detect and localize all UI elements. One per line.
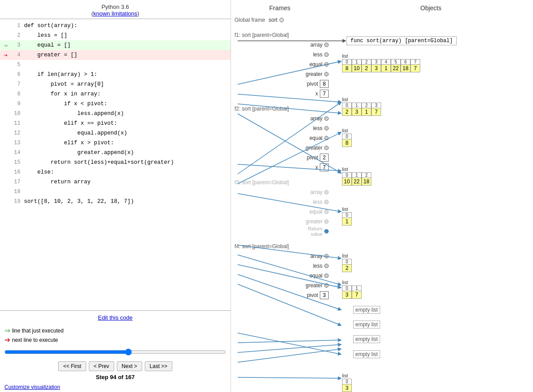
known-limitations-link[interactable]: known limitations [93, 10, 137, 17]
frame-f2-less-row: less [235, 123, 329, 133]
last-button[interactable]: Last >> [145, 361, 172, 371]
frame-f4-equal-dot [324, 273, 329, 278]
frame-f2-x-name: x [294, 164, 318, 170]
code-line-17: 17 return array [0, 177, 231, 187]
frame-f4-label: f4: sort [parent=Global] [235, 242, 329, 249]
first-button[interactable]: << First [58, 361, 86, 371]
line-num-14: 14 [11, 150, 24, 156]
next-button[interactable]: Next > [117, 361, 142, 371]
frame-f2-x-row: x 7 [235, 162, 329, 172]
line-num-12: 12 [11, 130, 24, 136]
frame-f2-array-dot [324, 116, 329, 121]
frame-f1-array-row: array [235, 40, 329, 50]
line-num-17: 17 [11, 179, 24, 185]
svg-line-18 [238, 377, 341, 378]
step-label: Step 94 of 167 [0, 374, 231, 382]
line-num-3: 3 [11, 42, 24, 48]
frame-f2-label: f2: sort [parent=Global] [235, 104, 329, 112]
frame-f4-pivot-row: pivot 3 [235, 290, 329, 300]
global-sort-var-name: sort [269, 17, 278, 23]
prev-button[interactable]: < Prev [89, 361, 114, 371]
frame-f4: f4: sort [parent=Global] array less equa… [235, 242, 329, 300]
frame-f4-pivot-value: 3 [320, 291, 329, 299]
list-main: list 0 8 1 10 2 2 3 [342, 53, 420, 72]
frame-f1-vars: array less equal greater [235, 40, 329, 99]
line-code-13: elif x > pivot: [24, 140, 114, 146]
objects-column: func sort(array) [parent=Global] list 0 … [329, 13, 533, 368]
frame-f1-pivot-value: 8 [320, 80, 329, 88]
list-f2-greater: list 0 1 [342, 206, 352, 226]
func-sort-label: func sort(array) [parent=Global] [346, 36, 457, 45]
line-code-12: equal.append(x) [24, 130, 127, 136]
global-frame: Global frame sort [235, 13, 329, 23]
list-f1-less: list 0 2 1 3 2 1 3 [342, 97, 381, 116]
cell-3: 3 3 [371, 59, 381, 72]
line-num-4: 4 [11, 52, 24, 58]
line-code-7: pivot = array[0] [24, 81, 104, 87]
code-header: Python 3.6 (known limitations) [0, 0, 231, 19]
left-panel: Python 3.6 (known limitations) 1def sort… [0, 0, 231, 392]
frame-f4-array-name: array [298, 253, 322, 259]
line-num-15: 15 [11, 159, 24, 166]
global-frame-label: Global frame [235, 17, 265, 23]
list-main-cells: 0 8 1 10 2 2 3 3 [342, 59, 420, 72]
code-line-6: 6 if len(array) > 1: [0, 70, 231, 79]
line-code-3: equal = [] [24, 42, 71, 48]
line-code-2: less = [] [24, 32, 68, 39]
customize-visualization-link[interactable]: Customize visualization [4, 384, 60, 390]
frame-f2-equal-row: equal [235, 133, 329, 143]
code-line-18: 18 [0, 187, 231, 197]
frame-f1-greater-name: greater [298, 71, 322, 77]
legend-green-text: line that just executed [12, 328, 64, 334]
frame-f3-less-name: less [298, 199, 322, 205]
frame-f4-equal-name: equal [298, 273, 322, 279]
legend: ⇒ line that just executed ➔ next line to… [0, 325, 231, 347]
line-code-9: if x < pivot: [24, 101, 107, 107]
line-num-10: 10 [11, 111, 24, 117]
frame-f1-equal-name: equal [298, 61, 322, 67]
frame-f1-label: f1: sort [parent=Global] [235, 30, 329, 38]
green-arrow-icon: ⇒ [4, 326, 10, 335]
frame-f1-x-value: 7 [320, 90, 329, 98]
right-header: Frames Objects [231, 0, 533, 13]
frame-f1-greater-dot [324, 72, 329, 76]
line-arrow-3: ⇒ [1, 42, 11, 49]
frame-f4-equal-row: equal [235, 271, 329, 281]
frame-f2-array-row: array [235, 114, 329, 123]
step-slider[interactable] [4, 348, 226, 356]
line-code-4: greater = [] [24, 52, 77, 58]
code-line-15: 15 return sort(less)+equal+sort(greater) [0, 158, 231, 167]
frame-f2-pivot-name: pivot [294, 154, 318, 161]
line-num-6: 6 [11, 71, 24, 78]
frame-f2-less-dot [324, 126, 329, 131]
line-num-19: 19 [11, 198, 24, 205]
code-line-7: 7 pivot = array[0] [0, 79, 231, 89]
code-area: 1def sort(array):2 less = []⇒3 equal = [… [0, 19, 231, 311]
frame-f4-pivot-name: pivot [294, 292, 318, 298]
frame-f1-x-name: x [294, 91, 318, 97]
frame-f3-array-dot [324, 190, 329, 194]
customize-link-container: Customize visualization [0, 382, 231, 392]
frame-f4-less-row: less [235, 261, 329, 271]
line-code-10: less.append(x) [24, 111, 124, 117]
line-num-1: 1 [11, 23, 24, 29]
frame-f2-equal-name: equal [298, 135, 322, 141]
edit-code-link[interactable]: Edit this code [98, 314, 132, 321]
line-num-2: 2 [11, 32, 24, 39]
frame-f4-less-name: less [298, 263, 322, 269]
global-sort-row: sort [269, 17, 284, 23]
frames-column: Global frame sort f1: sort [parent=Globa… [231, 13, 329, 368]
cell-0: 0 8 [342, 59, 352, 72]
code-line-13: 13 elif x > pivot: [0, 138, 231, 148]
cell-2: 2 2 [362, 59, 371, 72]
code-line-4: ➔4 greater = [] [0, 50, 231, 60]
frame-f2-equal-dot [324, 136, 329, 140]
code-line-3: ⇒3 equal = [] [0, 40, 231, 50]
legend-green: ⇒ line that just executed [4, 326, 226, 335]
line-num-8: 8 [11, 91, 24, 97]
empty-list-retval: empty list [353, 306, 380, 313]
frame-f4-less-dot [324, 264, 329, 268]
frame-f3-label: f3: sort [parent=Global] [235, 178, 329, 186]
legend-red-text: next line to execute [12, 337, 58, 343]
frame-f2: f2: sort [parent=Global] array less equa… [235, 104, 329, 172]
